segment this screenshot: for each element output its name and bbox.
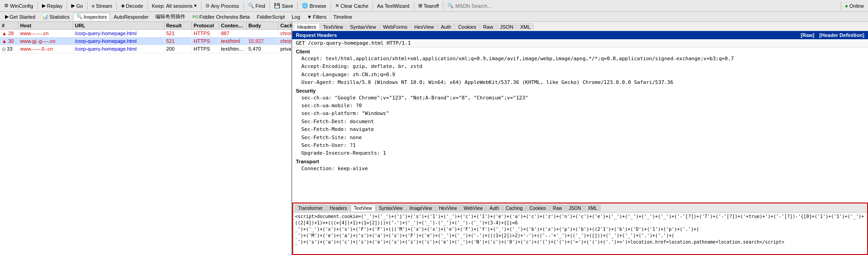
header-entry: Sec-Fetch-User: ?1 <box>292 141 868 149</box>
bottom-tab-raw[interactable]: Raw <box>550 205 565 211</box>
bottom-tab-headers[interactable]: Headers <box>326 205 350 211</box>
raw-label[interactable]: [Raw] <box>801 32 815 38</box>
main-area: # Host URL Result Protocol Content-Type … <box>0 22 868 255</box>
cell-content-type: text/html;c... <box>219 45 247 53</box>
browse-icon: 🌐 <box>302 3 308 9</box>
header-entry: Upgrade-Insecure-Requests: 1 <box>292 149 868 157</box>
statistics-icon: 📊 <box>42 14 48 20</box>
winconfig-button[interactable]: ⚙ WinConfig <box>2 2 36 10</box>
table-row[interactable]: ◇ 33 www.-.---.0-.cn /corp-query-homepag… <box>0 45 291 53</box>
inspector-tab-auth[interactable]: Auth <box>438 23 455 30</box>
inspector-tab-hexview[interactable]: HexView <box>411 23 437 30</box>
tab-fiddlerscript[interactable]: FiddlerScript <box>253 13 288 21</box>
toolbar-sep-6 <box>201 2 201 10</box>
browse-button[interactable]: 🌐 Browse <box>300 2 329 10</box>
header-actions: [Raw] [Header Definition] <box>801 32 864 38</box>
header-definition-label[interactable]: [Header Definition] <box>820 32 864 38</box>
keep-button[interactable]: Keep: All sessions ▾ <box>150 2 199 10</box>
col-body[interactable]: Body <box>247 22 279 29</box>
request-list-panel: # Host URL Result Protocol Content-Type … <box>0 22 292 255</box>
tearoff-icon: ⊞ <box>418 3 422 9</box>
col-url[interactable]: URL <box>73 22 164 29</box>
online-dot: ● <box>845 3 848 9</box>
decode-icon: ◈ <box>121 3 125 9</box>
inspector-tab-syntaxview[interactable]: SyntaxView <box>347 23 379 30</box>
header-entry: Sec-Fetch-Dest: document <box>292 118 868 125</box>
transport-section-header: Transport <box>292 157 868 165</box>
cell-host: www.gj-.g----.cn <box>18 37 73 45</box>
replay-button[interactable]: ▶ Replay <box>40 2 65 10</box>
textwizard-button[interactable]: Aa TextWizard <box>375 2 412 10</box>
header-entry: User-Agent: Mozilla/5.0 (Windows NT 10.0… <box>292 78 868 86</box>
cell-content-type: 887 <box>219 30 247 37</box>
textwizard-icon: Aa <box>377 3 383 9</box>
tab-filters[interactable]: ▼ Filters <box>304 13 330 21</box>
inspector-tab-textview[interactable]: TextView <box>320 23 347 30</box>
header-entry: sec-ch-ua-platform: "Windows" <box>292 109 868 117</box>
any-process-button[interactable]: ⊙ Any Process <box>203 2 242 10</box>
col-number[interactable]: # <box>0 22 18 29</box>
toolbar-sep-10 <box>331 2 331 10</box>
bottom-tab-syntaxview[interactable]: SyntaxView <box>376 205 406 211</box>
table-header: # Host URL Result Protocol Content-Type … <box>0 22 291 30</box>
request-headers-header: Request Headers [Raw] [Header Definition… <box>292 31 868 39</box>
inspector-tab-json[interactable]: JSON <box>497 23 516 30</box>
bottom-tab-webview[interactable]: WebView <box>460 205 486 211</box>
cell-host: www.-.---.0-.cn <box>18 45 73 53</box>
inspectors-icon: 🔍 <box>76 14 83 20</box>
header-entry: sec-ch-ua: "Google Chrome";v="123", "Not… <box>292 94 868 102</box>
toolbar-sep-12 <box>414 2 414 10</box>
bottom-tab-textview[interactable]: TextView <box>351 205 375 211</box>
warning-icon: ▲ <box>2 38 7 44</box>
tab-autoresponder[interactable]: AutoResponder <box>110 13 152 21</box>
bottom-tab-hexview[interactable]: HexView <box>436 205 460 211</box>
bottom-tab-xml[interactable]: XML <box>584 205 600 211</box>
tab-composer[interactable]: 编辑奇用插件 <box>152 12 189 21</box>
inspector-tab-headers[interactable]: Headers <box>294 23 320 30</box>
table-row[interactable]: ▲ 30 www.gj-.g----.cn /corp-query-homepa… <box>0 37 291 45</box>
toolbar-sep-4 <box>116 2 117 10</box>
go-button[interactable]: ▶ Go <box>69 2 85 10</box>
bottom-tab-auth[interactable]: Auth <box>486 205 502 211</box>
header-entry: Sec-Fetch-Mode: navigate <box>292 125 868 133</box>
col-protocol[interactable]: Protocol <box>192 22 219 29</box>
bottom-content[interactable]: <script>document.cookie=('_')=('_')+('j'… <box>293 213 867 254</box>
tab-inspectors[interactable]: 🔍 Inspectors <box>73 13 110 21</box>
request-list-body: ▲ 28 www.--.---.cn /corp-query-homepage.… <box>0 30 291 255</box>
save-button[interactable]: 💾 Save <box>272 2 295 10</box>
inspector-tab-raw[interactable]: Raw <box>480 23 496 30</box>
tab-timeline[interactable]: Timeline <box>330 13 355 21</box>
tab-fiddler-orchestra[interactable]: PO Fiddler Orchestra Beta <box>189 13 253 21</box>
cell-body <box>247 30 279 37</box>
main-toolbar: ⚙ WinConfig ▶ Replay ▶ Go ≡ Stream ◈ Dec… <box>0 0 868 12</box>
tab-log[interactable]: Log <box>289 13 303 21</box>
inspector-tab-cookies[interactable]: Cookies <box>455 23 479 30</box>
tab-statistics[interactable]: 📊 Statistics <box>39 13 73 21</box>
col-host[interactable]: Host <box>18 22 73 29</box>
cell-process: chrome... <box>279 30 291 37</box>
msdn-search-field[interactable]: 🔍 MSDN Search... <box>445 2 838 10</box>
table-row[interactable]: ▲ 28 www.--.---.cn /corp-query-homepage.… <box>0 30 291 37</box>
header-entry: Accept-Language: zh-CN,zh;q=0.9 <box>292 71 868 78</box>
bottom-panel: Transformer Headers TextView SyntaxView … <box>292 203 868 255</box>
bottom-tab-caching[interactable]: Caching <box>503 205 526 211</box>
clear-cache-icon: ✕ <box>335 3 339 9</box>
tearoff-button[interactable]: ⊞ Tearoff <box>416 2 441 10</box>
bottom-tab-json[interactable]: JSON <box>566 205 584 211</box>
process-icon: ⊙ <box>205 3 210 9</box>
bottom-tab-cookies[interactable]: Cookies <box>526 205 549 211</box>
filter-icon: ▼ <box>307 14 312 20</box>
inspector-tabs-row: Headers TextView SyntaxView WebForms Hex… <box>292 22 868 31</box>
bottom-tab-transformer[interactable]: Transformer <box>295 205 326 211</box>
decode-button[interactable]: ◈ Decode <box>119 2 146 10</box>
clear-cache-button[interactable]: ✕ Clear Cache <box>333 2 371 10</box>
stream-button[interactable]: ≡ Stream <box>89 2 115 10</box>
col-result[interactable]: Result <box>164 22 192 29</box>
col-content-type[interactable]: Content-Type <box>219 22 247 29</box>
inspector-tab-webforms[interactable]: WebForms <box>380 23 411 30</box>
bottom-tab-imageview[interactable]: ImageView <box>406 205 435 211</box>
toolbar-sep-13 <box>443 2 443 10</box>
find-button[interactable]: 🔍 Find <box>246 2 268 10</box>
tab-get-started[interactable]: ▶ Get Started <box>2 13 38 21</box>
inspector-tab-xml[interactable]: XML <box>517 23 534 30</box>
